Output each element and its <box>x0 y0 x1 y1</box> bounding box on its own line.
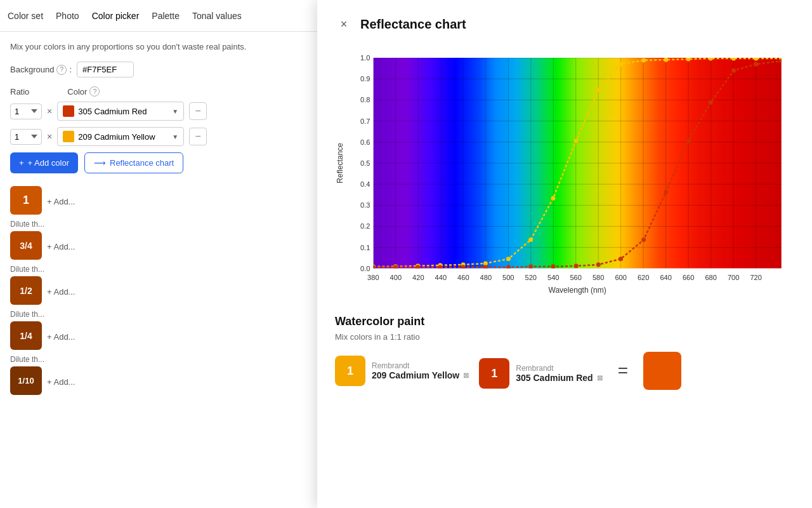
y-axis-label: Reflectance <box>336 143 344 184</box>
svg-text:480: 480 <box>480 274 492 281</box>
nav-color-picker[interactable]: Color picker <box>92 8 140 23</box>
watercolor-title: Watercolor paint <box>335 315 794 328</box>
watercolor-section: Watercolor paint Mix colors in a 1:1 rat… <box>335 315 794 390</box>
svg-text:0.9: 0.9 <box>360 75 370 83</box>
svg-text:500: 500 <box>502 274 514 281</box>
result-swatch <box>643 352 681 390</box>
color1-brand: Rembrandt <box>372 361 469 370</box>
dilute-label-1: Dilute th... <box>10 220 313 229</box>
color2-name: 305 Cadmium Red ⊠ <box>516 373 602 383</box>
watercolor-subtitle: Mix colors in a 1:1 ratio <box>335 332 794 342</box>
times-1: × <box>47 106 52 116</box>
svg-text:600: 600 <box>615 274 626 281</box>
background-input[interactable] <box>77 62 134 77</box>
svg-point-97 <box>754 62 758 67</box>
svg-point-70 <box>574 138 579 143</box>
color-header-label: Color ? <box>67 86 100 97</box>
svg-point-86 <box>506 265 511 269</box>
swatch-1: 1 <box>10 186 42 215</box>
svg-point-94 <box>686 138 691 143</box>
svg-text:0.2: 0.2 <box>360 222 370 230</box>
svg-text:1.0: 1.0 <box>360 54 370 62</box>
add-color-button[interactable]: + + Add color <box>10 152 78 173</box>
background-row: Background ?: <box>10 62 313 77</box>
mix-swatches: 1 + Add... Dilute th... 3/4 + Add... Dil… <box>10 186 313 395</box>
svg-point-92 <box>641 237 646 242</box>
reflectance-chart-button[interactable]: ⟿ Reflectance chart <box>84 152 183 173</box>
color2-badge: 1 <box>479 358 509 389</box>
color1-info: Rembrandt 209 Cadmium Yellow ⊠ <box>372 361 469 380</box>
swatch-2: 3/4 <box>10 231 42 260</box>
color2-icon[interactable]: ⊠ <box>597 374 603 382</box>
panel-header: × Reflectance chart <box>335 15 794 33</box>
svg-text:620: 620 <box>638 274 649 281</box>
left-panel: Color set Photo Color picker Palette Ton… <box>0 0 324 508</box>
svg-text:0.5: 0.5 <box>360 159 370 167</box>
svg-point-95 <box>709 100 713 105</box>
remove-color-2[interactable]: − <box>189 128 207 145</box>
nav-palette[interactable]: Palette <box>152 8 180 23</box>
svg-point-96 <box>731 69 736 73</box>
svg-point-67 <box>506 257 511 261</box>
add-swatch-link-3[interactable]: + Add... <box>47 287 75 297</box>
color-dropdown-1[interactable]: 305 Cadmium Red ▼ <box>57 102 184 121</box>
nav-tonal-values[interactable]: Tonal values <box>192 8 242 23</box>
ratio-color-header: Ratio Color ? <box>10 86 313 97</box>
color2-brand: Rembrandt <box>516 364 602 373</box>
background-info-icon[interactable]: ? <box>56 65 67 75</box>
svg-point-74 <box>664 57 668 62</box>
svg-text:680: 680 <box>705 274 716 281</box>
svg-text:700: 700 <box>728 274 739 281</box>
chevron-down-1: ▼ <box>172 108 178 115</box>
svg-text:460: 460 <box>457 274 469 281</box>
equals-sign: = <box>618 361 628 381</box>
chart-svg: 0.0 0.1 0.2 0.3 0.4 0.5 0.6 0.7 0.8 0.9 … <box>335 46 794 300</box>
svg-point-73 <box>641 58 646 63</box>
svg-point-78 <box>754 56 758 60</box>
svg-text:440: 440 <box>435 274 447 281</box>
close-button[interactable]: × <box>335 15 353 33</box>
svg-text:0.3: 0.3 <box>360 201 370 209</box>
swatch-3: 1/2 <box>10 276 42 305</box>
nav-photo[interactable]: Photo <box>56 8 79 23</box>
color-dropdown-2[interactable]: 209 Cadmium Yellow ▼ <box>57 127 184 146</box>
svg-text:640: 640 <box>660 274 671 281</box>
add-swatch-link-4[interactable]: + Add... <box>47 332 75 342</box>
swatch-4: 1/4 <box>10 321 42 350</box>
svg-text:0.6: 0.6 <box>360 138 370 146</box>
ratio-select-1[interactable]: 123 <box>10 104 42 119</box>
add-swatch-link-5[interactable]: + Add... <box>47 377 75 387</box>
panel-title: Reflectance chart <box>360 17 466 32</box>
svg-point-88 <box>551 264 555 269</box>
color-name-1: 305 Cadmium Red <box>78 107 168 116</box>
svg-point-68 <box>528 237 533 242</box>
svg-point-98 <box>779 59 783 64</box>
x-axis-label: Wavelength (nm) <box>548 286 606 295</box>
add-swatch-link-1[interactable]: + Add... <box>47 197 75 206</box>
color-info-icon[interactable]: ? <box>89 86 100 97</box>
right-panel: × Reflectance chart <box>317 0 812 508</box>
svg-point-81 <box>393 265 398 269</box>
svg-point-66 <box>483 261 488 265</box>
svg-text:0.1: 0.1 <box>360 244 370 251</box>
svg-point-76 <box>709 56 713 60</box>
svg-text:0.4: 0.4 <box>360 180 370 188</box>
subtitle-text: Mix your colors in any proportions so yo… <box>10 42 313 51</box>
svg-text:0.0: 0.0 <box>360 265 370 272</box>
svg-point-83 <box>438 265 442 269</box>
swatch-5: 1/10 <box>10 366 42 395</box>
add-swatch-link-2[interactable]: + Add... <box>47 242 75 251</box>
svg-point-93 <box>664 190 668 194</box>
color1-icon[interactable]: ⊠ <box>463 371 469 380</box>
color-swatch-2 <box>63 131 74 142</box>
svg-text:560: 560 <box>570 274 581 281</box>
ratio-select-2[interactable]: 123 <box>10 129 42 145</box>
svg-point-75 <box>686 57 691 61</box>
svg-point-89 <box>574 264 579 268</box>
remove-color-1[interactable]: − <box>189 102 207 120</box>
nav-color-set[interactable]: Color set <box>8 8 43 23</box>
svg-text:720: 720 <box>750 274 761 281</box>
svg-point-80 <box>371 265 376 269</box>
svg-text:0.8: 0.8 <box>360 96 370 104</box>
color-swatch-1 <box>63 105 74 117</box>
